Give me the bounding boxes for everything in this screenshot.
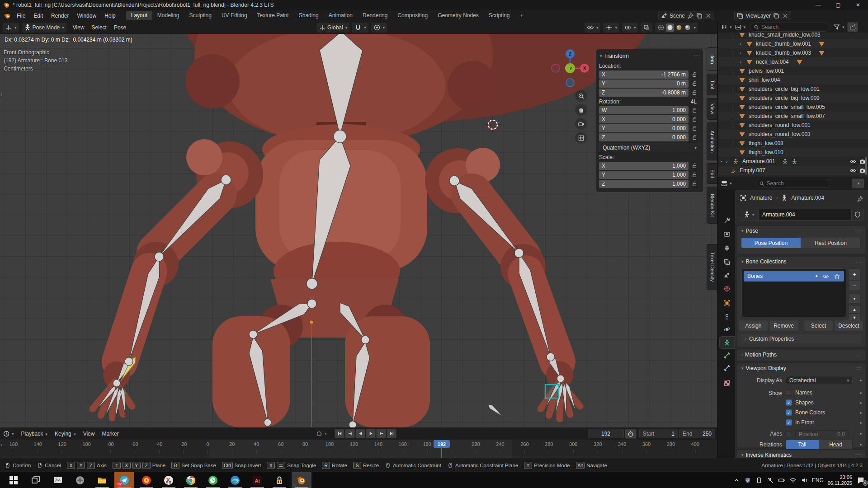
copy-icon[interactable] (696, 12, 703, 19)
minimize-button[interactable]: — (808, 0, 828, 10)
timeline-expand-arrow[interactable]: › (0, 442, 2, 448)
zoom-button[interactable] (575, 90, 587, 102)
taskbar-app-music-player[interactable] (137, 472, 156, 488)
outliner-item-shoulders_round_low.001[interactable]: shoulders_round_low.001 (718, 121, 868, 130)
add-workspace-button[interactable]: + (515, 11, 528, 20)
animate-property-dot[interactable] (860, 402, 862, 404)
workspace-tab-animation[interactable]: Animation (324, 11, 358, 20)
pose-option-rest-position[interactable]: Rest Position (801, 238, 861, 248)
assign-button[interactable]: Assign (739, 320, 768, 331)
pose-option-pose-position[interactable]: Pose Position (741, 238, 801, 248)
taskbar-app-photos[interactable] (48, 472, 68, 488)
toolbar-expand-arrow[interactable]: › (0, 91, 2, 98)
proportional-editing-controls[interactable]: ▾ (371, 23, 387, 33)
lock-toggle[interactable] (689, 172, 700, 178)
rotation-w-field[interactable]: W1.000 (599, 106, 689, 114)
properties-tab-bone[interactable] (720, 349, 734, 361)
outliner-item-Empty.007[interactable]: Empty.007 (718, 166, 868, 175)
tray-mic-muted-icon[interactable] (767, 477, 774, 484)
viewlayer-selector[interactable]: ViewLayer (734, 11, 791, 20)
menu-window[interactable]: Window (73, 11, 100, 20)
outliner-item-Armature.001[interactable]: •›Armature.001 (718, 157, 868, 166)
outliner-item-pelvis_low.001[interactable]: pelvis_low.001 (718, 66, 868, 75)
menu-help[interactable]: Help (100, 11, 120, 20)
taskbar-app-start[interactable] (4, 472, 24, 488)
show-in-front-checkbox[interactable]: ✓In Front (786, 419, 814, 426)
auto-keying-toggle[interactable]: ▾ (316, 430, 327, 437)
lock-toggle[interactable] (689, 181, 700, 187)
display-as-dropdown[interactable]: Octahedral▾ (786, 376, 853, 385)
xray-toggle[interactable] (641, 23, 652, 33)
taskbar-app-explorer[interactable] (92, 472, 112, 488)
breadcrumb-data[interactable]: Armature.004 (791, 195, 824, 201)
lock-toggle[interactable] (689, 89, 700, 96)
fake-user-toggle[interactable] (852, 209, 863, 221)
playhead-line[interactable] (441, 448, 442, 458)
properties-tab-viewlayer[interactable] (720, 256, 734, 268)
workspace-tab-layout[interactable]: Layout (126, 11, 152, 20)
maximize-button[interactable]: ▢ (828, 0, 848, 10)
lock-toggle[interactable] (689, 163, 700, 169)
workspace-tab-uv-editing[interactable]: UV Editing (217, 11, 252, 20)
outliner-item-shoulders_circle_big_low.001[interactable]: shoulders_circle_big_low.001 (718, 84, 868, 94)
outliner-item-shoulders_circle_small_low.007[interactable]: shoulders_circle_small_low.007 (718, 112, 868, 121)
overlays-dropdown[interactable]: ▾ (622, 23, 638, 33)
drag-handle-icon[interactable]: :::: (855, 259, 862, 264)
properties-tab-physics[interactable] (720, 324, 734, 335)
hide-toggle[interactable] (849, 158, 856, 164)
properties-tab-data[interactable] (720, 337, 734, 348)
pin-icon[interactable] (687, 12, 694, 19)
scene-selector[interactable]: Scene (658, 11, 714, 20)
new-collection-button[interactable] (847, 22, 858, 32)
tray-display-icon[interactable] (755, 477, 763, 484)
lock-toggle[interactable] (689, 134, 700, 141)
tray-hidden-icons-button[interactable] (733, 477, 740, 484)
animate-property-dot[interactable] (860, 392, 862, 394)
drag-handle-icon[interactable]: :::: (855, 453, 862, 457)
close-icon[interactable] (782, 12, 789, 19)
outliner-item-thight_low.010[interactable]: thight_low.010 (718, 148, 868, 157)
tray-volume-icon[interactable] (801, 477, 808, 484)
tray-security-shield-icon[interactable] (744, 477, 751, 484)
taskbar-app-task-view[interactable] (26, 472, 46, 488)
taskbar-app-chrome[interactable] (181, 472, 201, 488)
rotation-x-field[interactable]: X0.000 (599, 115, 689, 123)
menu-edit[interactable]: Edit (29, 11, 47, 20)
properties-tab-texture[interactable] (720, 377, 734, 389)
outliner-item-shoulders_circle_big_low.009[interactable]: shoulders_circle_big_low.009 (718, 94, 868, 103)
animate-property-dot[interactable] (860, 422, 862, 424)
lock-toggle[interactable] (689, 80, 700, 87)
axes-checkbox[interactable] (786, 431, 792, 437)
remove-bone-collection-button[interactable]: − (848, 280, 861, 291)
expand-arrow-icon[interactable]: › (740, 41, 746, 47)
play-reverse-button[interactable] (355, 429, 365, 438)
datablock-name-input[interactable]: Armature.004 (759, 209, 852, 221)
properties-tab-world[interactable] (720, 283, 734, 295)
sidebar-tab-item[interactable]: Item (707, 47, 717, 71)
properties-tab-scene[interactable] (720, 269, 734, 281)
taskbar-app-password-manager[interactable] (269, 472, 289, 488)
scale-y-field[interactable]: Y1.000 (599, 171, 689, 179)
use-preview-range-button[interactable] (625, 429, 637, 439)
timeline-menu-playback[interactable]: Playback ▾ (18, 431, 52, 437)
playhead[interactable]: 192 (434, 440, 450, 448)
show-names-checkbox[interactable]: Names (786, 389, 812, 396)
deselect-button[interactable]: Deselect (834, 320, 863, 331)
properties-tab-output[interactable] (720, 242, 734, 254)
viewport-menu-select[interactable]: Select (88, 24, 110, 31)
play-button[interactable] (366, 429, 376, 438)
jump-to-start-button[interactable] (335, 429, 344, 438)
bone-collections-header[interactable]: ▾Bone Collections :::: (737, 257, 865, 267)
outliner-item-shoulders_round_low.003[interactable]: shoulders_round_low.003 (718, 130, 868, 139)
bone-collection-row-bones[interactable]: Bones● (744, 271, 844, 282)
expand-arrow-icon[interactable]: › (726, 159, 732, 164)
workspace-tab-modeling[interactable]: Modeling (152, 11, 184, 20)
outliner-funnel-dropdown[interactable]: ▾ (833, 23, 844, 31)
show-shapes-checkbox[interactable]: ✓Shapes (786, 399, 814, 406)
scale-x-field[interactable]: X1.000 (599, 162, 689, 170)
move-collection-up-button[interactable]: ▲ (848, 305, 861, 314)
shading-solid-active[interactable] (666, 23, 674, 32)
timeline-menu-marker[interactable]: Marker (98, 431, 122, 437)
copy-icon[interactable] (773, 12, 780, 19)
close-icon[interactable] (705, 12, 712, 19)
